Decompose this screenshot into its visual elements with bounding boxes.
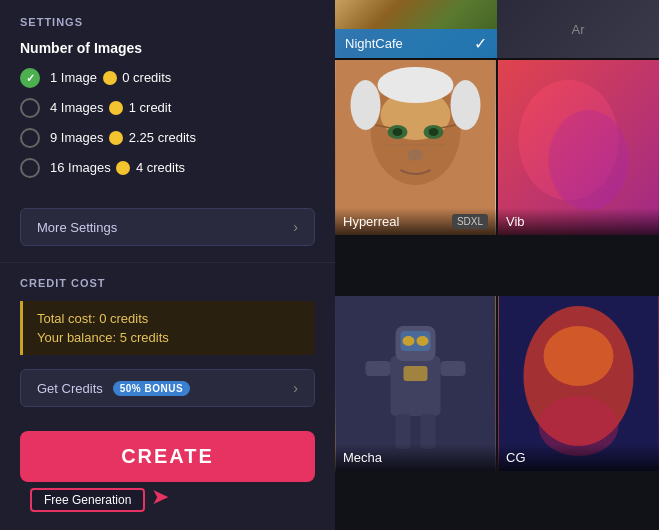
mecha-name: Mecha [343, 450, 382, 465]
radio-3-circle[interactable] [20, 128, 40, 148]
credit-cost-section: CREDIT COST Total cost: 0 credits Your b… [0, 263, 335, 421]
radio-2-text: 4 Images 1 credit [50, 100, 171, 116]
create-section: CREATE Free Generation ➤ [0, 421, 335, 530]
svg-point-22 [403, 336, 415, 346]
left-panel: SETTINGS Number of Images 1 Image 0 cred… [0, 0, 335, 530]
coin-icon-3 [109, 131, 123, 145]
radio-3-text: 9 Images 2.25 credits [50, 130, 196, 146]
vib-label-bar: Vib [498, 208, 659, 235]
sdxl-badge: SDXL [452, 214, 488, 229]
mecha-label-bar: Mecha [335, 444, 496, 471]
svg-point-3 [378, 67, 454, 103]
coin-icon-1 [103, 71, 117, 85]
ar-label: Ar [572, 22, 585, 37]
svg-point-5 [451, 80, 481, 130]
gallery-top-nightcafe[interactable]: NightCafe ✓ [335, 0, 497, 58]
settings-label: SETTINGS [20, 16, 315, 28]
svg-point-8 [393, 128, 403, 136]
create-button[interactable]: CREATE [20, 431, 315, 482]
total-cost-text: Total cost: 0 credits [37, 311, 301, 326]
svg-point-13 [408, 149, 424, 161]
chevron-icon: › [293, 219, 298, 235]
cg-name: CG [506, 450, 526, 465]
svg-rect-25 [441, 361, 466, 376]
bonus-badge: 50% BONUS [113, 381, 190, 396]
coin-icon-4 [116, 161, 130, 175]
hyperreal-label-bar: Hyperreal SDXL [335, 208, 496, 235]
get-credits-button[interactable]: Get Credits 50% BONUS › [20, 369, 315, 407]
vib-name: Vib [506, 214, 525, 229]
cg-label-bar: CG [498, 444, 659, 471]
number-of-images-label: Number of Images [20, 40, 315, 56]
get-credits-left: Get Credits 50% BONUS [37, 381, 190, 396]
more-settings-label: More Settings [37, 220, 117, 235]
credit-info-box: Total cost: 0 credits Your balance: 5 cr… [20, 301, 315, 355]
gallery-item-vib[interactable]: Vib [498, 60, 659, 235]
top-row: NightCafe ✓ Ar [335, 0, 659, 60]
gallery-grid: Hyperreal SDXL [335, 60, 659, 530]
radio-1-circle[interactable] [20, 68, 40, 88]
gallery-item-hyperreal[interactable]: Hyperreal SDXL [335, 60, 496, 235]
svg-point-31 [544, 326, 614, 386]
radio-2-circle[interactable] [20, 98, 40, 118]
gallery-item-mecha[interactable]: Mecha [335, 296, 496, 471]
nightcafe-checkmark-icon: ✓ [474, 34, 487, 53]
hyperreal-name: Hyperreal [343, 214, 399, 229]
your-balance-text: Your balance: 5 credits [37, 330, 301, 345]
more-settings-button[interactable]: More Settings › [20, 208, 315, 246]
radio-option-4-images[interactable]: 4 Images 1 credit [20, 98, 315, 118]
radio-option-1-image[interactable]: 1 Image 0 credits [20, 68, 315, 88]
radio-4-circle[interactable] [20, 158, 40, 178]
radio-option-9-images[interactable]: 9 Images 2.25 credits [20, 128, 315, 148]
svg-rect-19 [391, 356, 441, 416]
gallery-item-cg[interactable]: CG [498, 296, 659, 471]
svg-point-9 [429, 128, 439, 136]
nightcafe-label: NightCafe [345, 36, 403, 51]
coin-icon-2 [109, 101, 123, 115]
radio-option-16-images[interactable]: 16 Images 4 credits [20, 158, 315, 178]
get-credits-chevron-icon: › [293, 380, 298, 396]
svg-rect-28 [404, 366, 428, 381]
svg-rect-24 [366, 361, 391, 376]
svg-point-4 [351, 80, 381, 130]
svg-point-23 [417, 336, 429, 346]
radio-4-text: 16 Images 4 credits [50, 160, 185, 176]
gallery-top-ar[interactable]: Ar [497, 0, 659, 58]
free-generation-tag: Free Generation [30, 488, 145, 512]
arrow-right-icon: ➤ [151, 484, 169, 510]
credit-cost-label: CREDIT COST [20, 277, 315, 289]
settings-section: SETTINGS Number of Images 1 Image 0 cred… [0, 0, 335, 200]
radio-1-text: 1 Image 0 credits [50, 70, 171, 86]
get-credits-label: Get Credits [37, 381, 103, 396]
right-panel: NightCafe ✓ Ar [335, 0, 659, 530]
free-gen-row: Free Generation ➤ [20, 482, 315, 516]
